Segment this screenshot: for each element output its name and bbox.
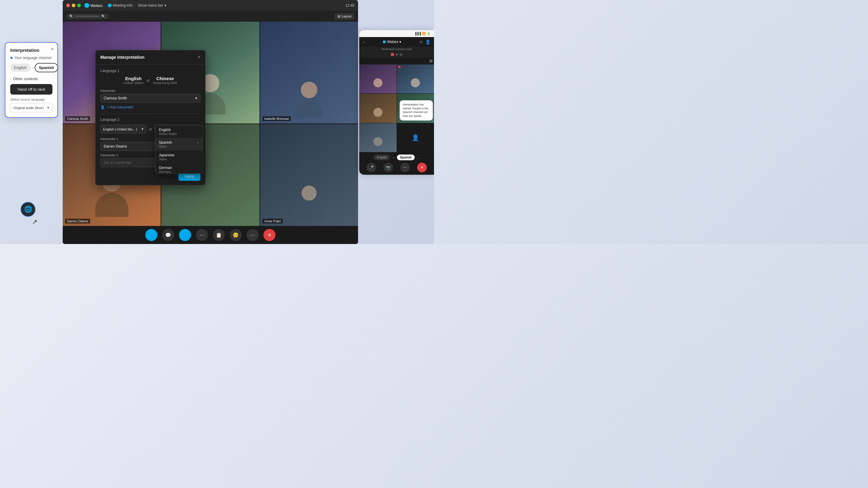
phone-grid-button[interactable]: ⊞ xyxy=(429,59,433,63)
show-menu-bar-button[interactable]: Show menu bar ▾ xyxy=(138,3,166,7)
end-call-button[interactable]: ✕ xyxy=(264,229,276,241)
phone-lang-english[interactable]: English xyxy=(374,155,390,160)
other-controls-header[interactable]: › Other controls xyxy=(10,76,53,81)
grid-icon: ⊞ xyxy=(338,14,340,19)
phone-lang-from-label: English xyxy=(377,156,387,159)
window-close-button[interactable] xyxy=(66,4,70,7)
phone-bluetooth-button[interactable]: ⎋ xyxy=(420,39,422,44)
reactions-button[interactable]: 😊 xyxy=(230,229,242,241)
phone-tile-6[interactable]: 👤 xyxy=(397,123,434,152)
phone-lang-to-label: Spanish xyxy=(400,156,412,159)
dropdown-item-japanese[interactable]: Japanese Japan xyxy=(155,151,203,163)
arrow-right-icon: → xyxy=(30,65,35,70)
search-icon-right: 🔍 xyxy=(101,14,105,19)
clock: 12:40 xyxy=(345,3,354,7)
interpreter-select[interactable]: Clarissa Smith ▾ xyxy=(100,94,200,103)
phone-tile-5[interactable] xyxy=(359,123,397,152)
phone-preview: ▐▐▐ 📶 🔋 ‹ Webex ▾ ⎋ 👤 Moderated unmute m… xyxy=(359,30,434,175)
lang2-left-select[interactable]: English ( United Sta... ) ▾ xyxy=(100,125,146,133)
phone-person-button[interactable]: 👤 xyxy=(425,39,430,44)
dropdown-sub-japanese: Japan xyxy=(159,158,167,161)
lang-switch-row: English → Spanish xyxy=(10,63,53,72)
more-options-button[interactable]: ⋯ xyxy=(196,229,208,241)
phone-tile-4[interactable]: Interpretation has started. People in th… xyxy=(397,94,434,123)
record-icon xyxy=(391,53,394,56)
add-interpreter-link[interactable]: 👤 + Add interpreter xyxy=(100,105,200,109)
phone-video-button[interactable]: 📷 xyxy=(383,163,393,172)
interpret-channel-button[interactable]: 🌐 xyxy=(145,229,157,241)
meeting-info-label: Meeting info xyxy=(113,3,132,7)
participant-name-umar: Umar Patel xyxy=(264,219,281,223)
dropdown-main-spanish: Spanish xyxy=(159,140,172,144)
your-channel-label: Your language channel xyxy=(10,56,53,60)
lang-spanish-button[interactable]: Spanish xyxy=(35,63,59,72)
lang1-chinese-main: Chinese xyxy=(153,76,178,81)
name-tag-clarissa: Clarissa Smith xyxy=(65,116,90,121)
globe-active-button[interactable]: 🌐 xyxy=(179,229,191,241)
lang1-pair-row: English United States ⇄ Chinese Hong Kon… xyxy=(100,76,200,85)
globe-icon: 🌐 xyxy=(24,205,32,213)
interpretation-panel-close[interactable]: × xyxy=(51,46,54,52)
lang2-right-select[interactable]: Spanish ( Spain ) ▾ English United State… xyxy=(155,125,200,133)
phone-more-button[interactable]: ... xyxy=(416,156,420,160)
share-button[interactable]: 📋 xyxy=(213,229,225,241)
dropdown-main-japanese: Japanese xyxy=(159,153,175,157)
wifi-icon: 📶 xyxy=(422,32,426,35)
layout-button[interactable]: ⊞ Layout xyxy=(335,13,354,20)
phone-nav-icons: ⎋ 👤 xyxy=(420,39,430,44)
video-tile-umar[interactable]: Umar Patel xyxy=(260,124,358,226)
dropdown-sub-english: United States xyxy=(159,132,177,135)
phone-subtitle: Moderated unmute mode xyxy=(359,47,434,52)
globe-button[interactable]: 🌐 xyxy=(21,202,36,217)
phone-chevron-icon: ▾ xyxy=(399,40,401,44)
search-bar[interactable]: 🔍 🔍 xyxy=(66,14,108,19)
video-tile-isabelle[interactable]: Isabelle Brennan xyxy=(260,22,358,124)
phone-end-call-button[interactable]: ✕ xyxy=(417,163,427,172)
modal-title: Manage Interpretation xyxy=(100,55,144,60)
lang1-section-label: Language 1 xyxy=(100,69,200,73)
lang1-chinese-sub: Hong Kong SAR xyxy=(153,81,178,85)
apps-button[interactable]: ⋯ xyxy=(247,229,258,241)
phone-more2-button[interactable]: ⋯ xyxy=(400,163,410,172)
webex-icon xyxy=(84,3,89,8)
meeting-info-button[interactable]: Meeting info xyxy=(106,3,134,8)
lang2-left-value: English ( United Sta... ) xyxy=(103,127,137,131)
battery-icon: 🔋 xyxy=(427,32,430,35)
phone-main: ⊞ Interpretation has started. People in … xyxy=(359,57,434,152)
phone-tile-2[interactable] xyxy=(397,64,434,93)
chevron-icon: › xyxy=(10,77,11,80)
phone-back-button[interactable]: ‹ xyxy=(363,39,364,44)
lang-english-button[interactable]: English xyxy=(10,64,30,72)
search-icon: 🔍 xyxy=(69,14,73,19)
source-dropdown-value: Original audio (floor) xyxy=(13,106,44,110)
notification-text: Interpretation has started. People in th… xyxy=(403,103,428,118)
swap-icon: ⇄ xyxy=(147,78,150,83)
blue-dot-icon xyxy=(10,57,13,59)
window-minimize-button[interactable] xyxy=(72,4,75,7)
hand-off-button[interactable]: Hand off to next xyxy=(10,84,53,95)
dropdown-sub-spanish: Spain xyxy=(159,145,167,148)
phone-lang-strip: English → Spanish ... xyxy=(363,155,430,160)
interpretation-panel: × Interpretation Your language channel E… xyxy=(5,42,58,118)
phone-tile-1[interactable] xyxy=(359,64,397,93)
chat-button[interactable]: 💬 xyxy=(162,229,174,241)
name-tag-darren: Darren Owens xyxy=(65,219,90,224)
source-dropdown[interactable]: Original audio (floor) ▾ xyxy=(10,103,53,112)
phone-status-icons: ▐▐▐ 📶 🔋 xyxy=(414,32,430,35)
phone-ctrl-row: 🎤 📷 ⋯ ✕ xyxy=(363,163,430,172)
dropdown-item-german[interactable]: German Germany xyxy=(155,163,203,173)
phone-lang-spanish[interactable]: Spanish xyxy=(397,155,415,160)
phone-bottom-bar: English → Spanish ... 🎤 📷 ⋯ ✕ xyxy=(359,152,434,175)
modal-body: Language 1 English United States ⇄ Chine… xyxy=(96,64,205,185)
modal-close-button[interactable]: × xyxy=(198,55,200,60)
dropdown-item-spanish[interactable]: Spanish ✓ Spain xyxy=(155,138,203,151)
phone-tile-3[interactable] xyxy=(359,94,397,123)
window-maximize-button[interactable] xyxy=(77,4,81,7)
phone-mic-button[interactable]: 🎤 xyxy=(367,163,376,172)
phone-avatar-2 xyxy=(411,78,420,87)
record-text: ● xyxy=(396,53,398,56)
dropdown-item-english[interactable]: English United States xyxy=(155,125,203,138)
effect-icon xyxy=(399,53,402,56)
layout-label: Layout xyxy=(341,14,351,18)
conference-bottom-bar: 🌐 💬 🌐 ⋯ 📋 😊 ⋯ ✕ xyxy=(63,226,358,244)
